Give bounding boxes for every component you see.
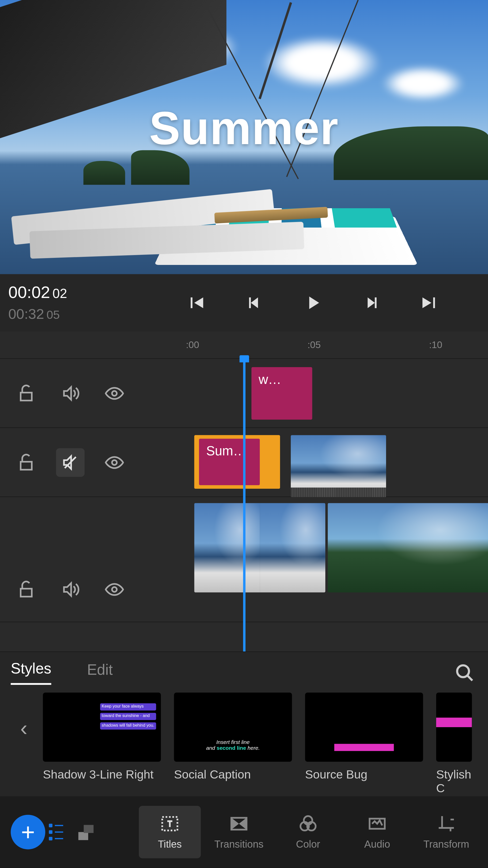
skip-back-button[interactable] <box>183 289 209 316</box>
presets-prev-button[interactable]: ‹ <box>10 692 38 764</box>
video-clip[interactable] <box>291 435 386 497</box>
timeline-tracks[interactable]: w… Sum… <box>0 359 488 651</box>
svg-point-0 <box>112 391 117 396</box>
video-clip[interactable] <box>328 503 488 593</box>
tool-titles[interactable]: Titles <box>139 806 201 858</box>
video-clip[interactable]: Sum… <box>194 435 280 489</box>
tab-edit[interactable]: Edit <box>87 661 112 684</box>
add-menu-indicator <box>49 824 52 841</box>
arrange-button[interactable] <box>73 818 100 846</box>
lock-toggle[interactable] <box>12 575 41 604</box>
tool-audio[interactable]: Audio <box>346 806 408 858</box>
preview-title-overlay: Summer <box>0 101 488 156</box>
svg-rect-4 <box>78 832 88 840</box>
tab-styles[interactable]: Styles <box>11 660 51 685</box>
preset-card[interactable]: Stylish C <box>436 692 478 795</box>
add-button[interactable]: + <box>11 815 45 849</box>
mute-toggle[interactable] <box>56 575 85 604</box>
timeline-ruler[interactable]: :00 :05 :10 <box>0 331 488 359</box>
preset-card[interactable]: Keep your face always toward the sunshin… <box>43 692 161 795</box>
play-button[interactable] <box>299 289 326 316</box>
svg-point-1 <box>112 460 117 465</box>
step-forward-button[interactable] <box>358 289 384 316</box>
search-icon[interactable] <box>455 663 475 685</box>
svg-point-3 <box>457 665 469 677</box>
video-clip[interactable] <box>194 503 325 593</box>
current-time: 00:0202 <box>8 283 137 302</box>
visibility-toggle[interactable] <box>100 379 129 408</box>
svg-rect-5 <box>84 825 94 833</box>
visibility-toggle[interactable] <box>100 448 129 477</box>
preset-card[interactable]: Insert first line and second line here. … <box>174 692 292 795</box>
duration-time: 00:3205 <box>8 306 137 323</box>
video-preview[interactable]: Summer <box>0 0 488 274</box>
skip-forward-button[interactable] <box>416 289 442 316</box>
ruler-tick: :00 <box>186 340 199 350</box>
preset-card[interactable]: Source Bug <box>305 692 423 795</box>
playhead[interactable] <box>243 359 245 651</box>
tool-transform[interactable]: Transform <box>415 806 477 858</box>
title-clip[interactable]: w… <box>251 367 312 420</box>
tool-transitions[interactable]: Transitions <box>208 806 270 858</box>
ruler-tick: :05 <box>307 340 321 350</box>
mute-toggle[interactable] <box>56 448 85 477</box>
mute-toggle[interactable] <box>56 379 85 408</box>
visibility-toggle[interactable] <box>100 575 129 604</box>
svg-point-2 <box>112 587 117 592</box>
ruler-tick: :10 <box>429 340 442 350</box>
lock-toggle[interactable] <box>12 448 41 477</box>
transport-bar: 00:0202 00:3205 <box>0 274 488 331</box>
lock-toggle[interactable] <box>12 379 41 408</box>
tool-color[interactable]: Color <box>277 806 339 858</box>
step-back-button[interactable] <box>241 289 267 316</box>
